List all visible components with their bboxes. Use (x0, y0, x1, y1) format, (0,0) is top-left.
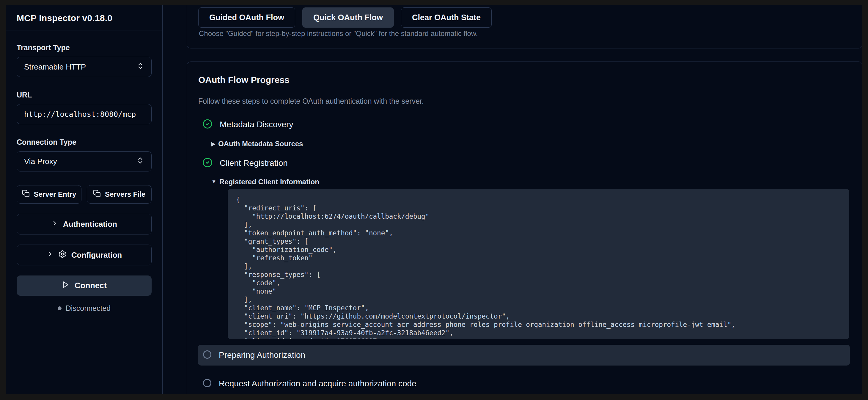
guided-oauth-flow-button[interactable]: Guided OAuth Flow (198, 7, 295, 28)
url-label: URL (17, 91, 152, 99)
main-content: Guided OAuth Flow Quick OAuth Flow Clear… (163, 5, 862, 394)
progress-title: OAuth Flow Progress (198, 75, 289, 85)
triangle-right-icon: ▶ (211, 141, 215, 147)
server-entry-button[interactable]: Server Entry (17, 185, 82, 204)
configuration-toggle[interactable]: Configuration (17, 245, 152, 266)
oauth-metadata-sources-label: OAuth Metadata Sources (218, 140, 303, 148)
check-circle-icon (203, 119, 213, 130)
quick-oauth-flow-button[interactable]: Quick OAuth Flow (302, 7, 394, 28)
step-request-authorization-label: Request Authorization and acquire author… (219, 379, 416, 389)
copy-icon (22, 190, 30, 199)
oauth-metadata-sources-toggle[interactable]: ▶ OAuth Metadata Sources (211, 140, 303, 148)
oauth-toolbar-card: Guided OAuth Flow Quick OAuth Flow Clear… (187, 5, 862, 49)
status-dot-icon (58, 306, 62, 310)
step-preparing-authorization: Preparing Authorization (198, 345, 850, 366)
connection-type-value: Via Proxy (24, 157, 136, 166)
registered-client-info-toggle[interactable]: ▼ Registered Client Information (211, 178, 319, 186)
step-client-registration: Client Registration (203, 157, 288, 169)
play-icon (62, 281, 69, 290)
chevron-right-icon (46, 250, 54, 260)
transport-type-label: Transport Type (17, 43, 152, 52)
step-request-authorization: Request Authorization and acquire author… (198, 373, 850, 394)
step-preparing-authorization-label: Preparing Authorization (219, 350, 305, 360)
authentication-toggle[interactable]: Authentication (17, 214, 152, 235)
registered-client-info-label: Registered Client Information (219, 178, 319, 186)
circle-pending-icon (203, 350, 212, 360)
gear-icon (58, 250, 67, 260)
step-metadata-discovery-label: Metadata Discovery (220, 120, 293, 129)
circle-pending-icon (203, 379, 212, 389)
step-metadata-discovery: Metadata Discovery (203, 119, 293, 130)
authentication-label: Authentication (63, 220, 117, 229)
check-circle-icon (203, 157, 213, 169)
transport-type-select[interactable]: Streamable HTTP (17, 57, 152, 77)
progress-subtitle: Follow these steps to complete OAuth aut… (198, 97, 424, 105)
chevrons-up-down-icon (136, 157, 144, 166)
server-entry-label: Server Entry (34, 190, 76, 198)
registered-client-info-code[interactable]: { "redirect_uris": [ "http://localhost:6… (228, 189, 849, 339)
sidebar: MCP Inspector v0.18.0 Transport Type Str… (6, 5, 163, 394)
app-window: MCP Inspector v0.18.0 Transport Type Str… (6, 5, 862, 394)
url-input[interactable] (17, 104, 152, 124)
connect-button[interactable]: Connect (17, 275, 152, 296)
clear-oauth-state-button[interactable]: Clear OAuth State (401, 7, 492, 28)
servers-file-button[interactable]: Servers File (87, 185, 152, 204)
copy-icon (93, 190, 101, 199)
transport-type-value: Streamable HTTP (24, 62, 136, 72)
servers-file-label: Servers File (105, 190, 145, 198)
oauth-toolbar-hint: Choose "Guided" for step-by-step instruc… (199, 29, 478, 38)
sidebar-header: MCP Inspector v0.18.0 (6, 5, 162, 31)
app-title: MCP Inspector v0.18.0 (17, 13, 152, 23)
configuration-label: Configuration (71, 250, 122, 260)
triangle-down-icon: ▼ (211, 179, 216, 185)
client-info-json: { "redirect_uris": [ "http://localhost:6… (236, 195, 841, 339)
status-label: Disconnected (66, 304, 111, 313)
connection-type-select[interactable]: Via Proxy (17, 151, 152, 172)
chevrons-up-down-icon (136, 62, 144, 72)
oauth-flow-progress-card: OAuth Flow Progress Follow these steps t… (187, 62, 862, 394)
connection-type-label: Connection Type (17, 138, 152, 147)
step-client-registration-label: Client Registration (220, 158, 288, 168)
connect-label: Connect (74, 281, 107, 290)
chevron-right-icon (51, 220, 58, 229)
connection-status: Disconnected (17, 304, 152, 313)
